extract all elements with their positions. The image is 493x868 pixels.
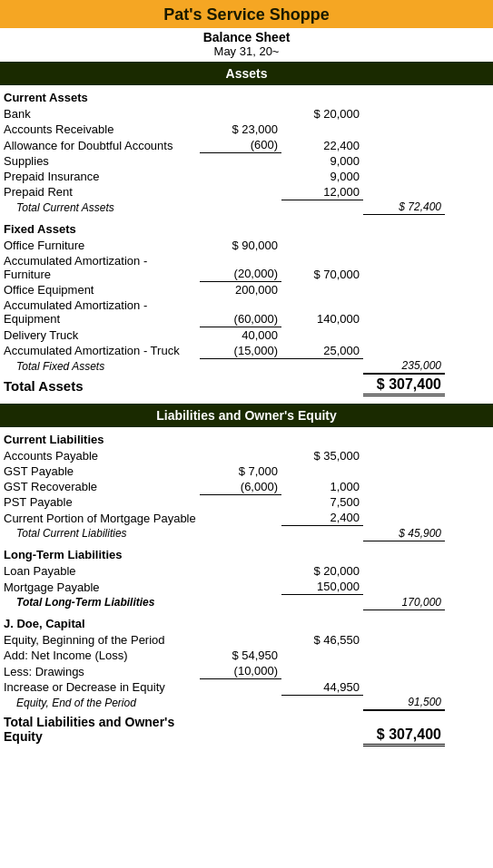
row-col2: 1,000 — [281, 479, 363, 495]
row-col3 — [363, 648, 445, 663]
total-liabilities-equity-val: $ 307,400 — [363, 710, 445, 745]
row-col1 — [200, 632, 281, 648]
total-long-term-liabilities-label: Total Long-Term Liabilities — [0, 595, 200, 610]
row-col3 — [363, 122, 445, 137]
page: Pat's Service Shoppe Balance Sheet May 3… — [0, 0, 493, 746]
table-row: Current Portion of Mortgage Payable 2,40… — [0, 510, 493, 526]
table-row: Accounts Payable $ 35,000 — [0, 448, 493, 463]
report-date: May 31, 20~ — [0, 44, 493, 58]
row-col2: 2,400 — [281, 510, 363, 526]
equity-end-label: Equity, End of the Period — [0, 695, 200, 710]
table-row: Accumulated Amortization - Furniture (20… — [0, 253, 493, 282]
row-col3 — [363, 663, 445, 679]
report-header: Balance Sheet May 31, 20~ — [0, 28, 493, 60]
table-row: GST Payable $ 7,000 — [0, 463, 493, 479]
row-col1 — [200, 579, 281, 595]
total-fixed-assets-val: 235,000 — [363, 358, 445, 374]
row-col1 — [200, 106, 281, 122]
total-fixed-assets-label: Total Fixed Assets — [0, 358, 200, 374]
row-col2: 150,000 — [281, 579, 363, 595]
table-row: Add: Net Income (Loss) $ 54,950 — [0, 648, 493, 663]
row-label: Current Portion of Mortgage Payable — [0, 510, 200, 526]
row-label: GST Recoverable — [0, 479, 200, 495]
total-assets-val: $ 307,400 — [363, 374, 445, 395]
table-row: Equity, Beginning of the Period $ 46,550 — [0, 632, 493, 648]
company-header: Pat's Service Shoppe — [0, 0, 493, 28]
total-assets-label: Total Assets — [0, 374, 200, 395]
row-label: Office Furniture — [0, 238, 200, 253]
row-col2: $ 20,000 — [281, 106, 363, 122]
total-current-assets-spacer2 — [281, 200, 363, 215]
total-current-liabilities-label: Total Current Liabilities — [0, 526, 200, 541]
total-assets-row: Total Assets $ 307,400 — [0, 374, 493, 395]
row-label: Add: Net Income (Loss) — [0, 648, 200, 663]
assets-section-header: Assets — [0, 62, 493, 85]
table-row: Office Equipment 200,000 — [0, 282, 493, 298]
total-current-liabilities-row: Total Current Liabilities $ 45,900 — [0, 526, 493, 541]
table-row: GST Recoverable (6,000) 1,000 — [0, 479, 493, 495]
table-row: Accumulated Amortization - Truck (15,000… — [0, 343, 493, 359]
row-col3 — [363, 184, 445, 200]
row-col3 — [363, 579, 445, 595]
row-col2 — [281, 282, 363, 298]
row-col1: 40,000 — [200, 327, 281, 343]
row-col1: $ 90,000 — [200, 238, 281, 253]
row-label: GST Payable — [0, 463, 200, 479]
total-current-assets-val: $ 72,400 — [363, 200, 445, 215]
row-col2: 25,000 — [281, 343, 363, 359]
row-col2 — [281, 327, 363, 343]
row-label: PST Payable — [0, 494, 200, 510]
row-col3 — [363, 463, 445, 479]
row-col2: 22,400 — [281, 137, 363, 153]
row-col3 — [363, 253, 445, 282]
total-current-assets-label: Total Current Assets — [0, 200, 200, 215]
table-row: Less: Drawings (10,000) — [0, 663, 493, 679]
total-current-liabilities-val: $ 45,900 — [363, 526, 445, 541]
row-col2: $ 35,000 — [281, 448, 363, 463]
row-col2: $ 70,000 — [281, 253, 363, 282]
row-label: Mortgage Payable — [0, 579, 200, 595]
row-label: Bank — [0, 106, 200, 122]
row-col2: 12,000 — [281, 184, 363, 200]
table-row: Allowance for Doubtful Accounts (600) 22… — [0, 137, 493, 153]
row-col3 — [363, 343, 445, 359]
row-label: Less: Drawings — [0, 663, 200, 679]
row-col2: $ 20,000 — [281, 563, 363, 579]
table-row: Accounts Receivable $ 23,000 — [0, 122, 493, 137]
row-col1 — [200, 169, 281, 184]
row-col2: 140,000 — [281, 297, 363, 327]
row-label: Supplies — [0, 153, 200, 169]
row-col3 — [363, 238, 445, 253]
row-col3 — [363, 563, 445, 579]
total-long-term-liabilities-row: Total Long-Term Liabilities 170,000 — [0, 595, 493, 610]
row-col3 — [363, 632, 445, 648]
table-row: Loan Payable $ 20,000 — [0, 563, 493, 579]
total-fixed-assets-spacer — [200, 358, 281, 374]
row-col2 — [281, 122, 363, 137]
row-label: Accounts Payable — [0, 448, 200, 463]
company-name: Pat's Service Shoppe — [0, 5, 493, 24]
table-row: PST Payable 7,500 — [0, 494, 493, 510]
table-row: Bank $ 20,000 — [0, 106, 493, 122]
total-liabilities-equity-row: Total Liabilities and Owner's Equity $ 3… — [0, 710, 493, 745]
row-col3 — [363, 510, 445, 526]
row-label: Prepaid Insurance — [0, 169, 200, 184]
total-liabilities-equity-label: Total Liabilities and Owner's Equity — [0, 710, 200, 745]
row-col2 — [281, 663, 363, 679]
report-title: Balance Sheet — [0, 30, 493, 44]
row-col3 — [363, 169, 445, 184]
row-col1 — [200, 563, 281, 579]
row-col2: $ 46,550 — [281, 632, 363, 648]
row-col3 — [363, 494, 445, 510]
row-col1: $ 7,000 — [200, 463, 281, 479]
current-assets-label: Current Assets — [0, 85, 200, 106]
row-col1: (10,000) — [200, 663, 281, 679]
row-label: Office Equipment — [0, 282, 200, 298]
row-col2 — [281, 648, 363, 663]
row-label: Prepaid Rent — [0, 184, 200, 200]
row-col1: (6,000) — [200, 479, 281, 495]
table-row: Mortgage Payable 150,000 — [0, 579, 493, 595]
row-col3 — [363, 327, 445, 343]
row-label: Delivery Truck — [0, 327, 200, 343]
row-col1: $ 54,950 — [200, 648, 281, 663]
